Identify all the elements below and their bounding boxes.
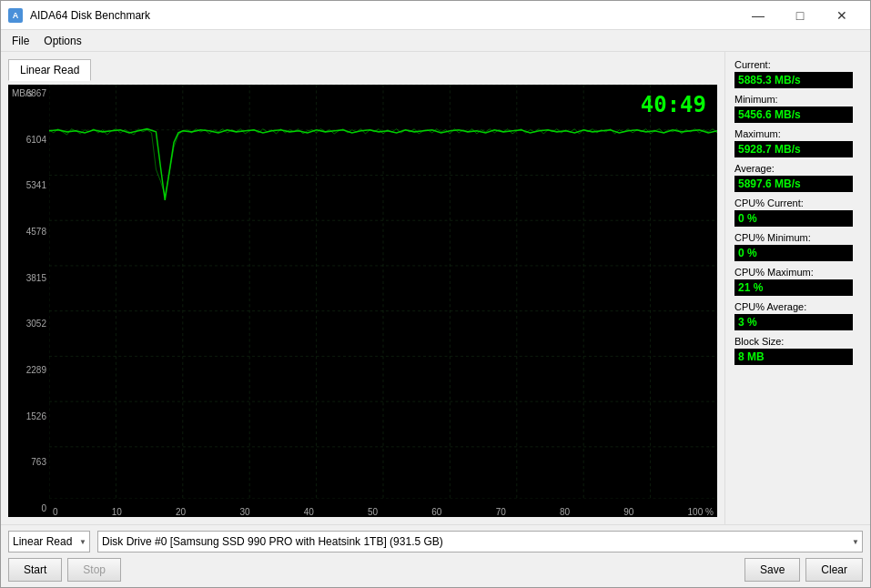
stat-current-label: Current: [734,59,861,70]
x-label-50: 50 [368,507,378,517]
test-type-select[interactable]: Linear Read [8,531,90,553]
stat-cpu-minimum-label: CPU% Minimum: [734,232,861,243]
stats-panel: Current: 5885.3 MB/s Minimum: 5456.6 MB/… [724,52,870,524]
menu-bar: File Options [1,30,870,52]
right-buttons: Save Clear [744,558,863,582]
stat-cpu-average-value: 3 % [734,314,853,330]
x-label-80: 80 [560,507,570,517]
window-title: AIDA64 Disk Benchmark [30,9,150,22]
y-label-3815: 3815 [10,273,46,283]
x-label-0: 0 [53,507,58,517]
drive-select[interactable]: Disk Drive #0 [Samsung SSD 990 PRO with … [97,531,863,553]
minimize-button[interactable]: — [737,1,779,30]
stat-cpu-average: CPU% Average: 3 % [734,301,861,330]
title-bar-left: A AIDA64 Disk Benchmark [8,8,150,23]
x-label-40: 40 [304,507,314,517]
y-label-4578: 4578 [10,227,46,237]
chart-svg [49,85,717,499]
save-button[interactable]: Save [744,558,800,582]
chart-container: MB/s 40:49 6867 6104 5341 4578 3815 3052… [8,85,717,517]
clear-button[interactable]: Clear [805,558,863,582]
maximize-button[interactable]: □ [779,1,821,30]
y-label-6104: 6104 [10,135,46,145]
start-button[interactable]: Start [8,558,62,582]
y-label-0: 0 [10,503,46,513]
test-type-wrapper[interactable]: Linear Read [8,531,90,553]
stat-current-value: 5885.3 MB/s [734,72,853,88]
stat-cpu-current-label: CPU% Current: [734,198,861,208]
y-label-763: 763 [10,457,46,467]
x-axis: 0 10 20 30 40 50 60 70 80 90 100 % [49,499,717,517]
x-label-70: 70 [496,507,506,517]
button-row: Start Stop Save Clear [8,558,863,582]
close-button[interactable]: ✕ [821,1,863,30]
app-icon: A [8,8,23,23]
main-window: A AIDA64 Disk Benchmark — □ ✕ File Optio… [0,0,871,588]
drive-select-wrapper[interactable]: Disk Drive #0 [Samsung SSD 990 PRO with … [97,531,863,553]
main-content: Linear Read MB/s 40:49 6867 6104 5341 45… [1,52,870,524]
tab-linear-read[interactable]: Linear Read [8,59,91,81]
title-bar: A AIDA64 Disk Benchmark — □ ✕ [1,1,870,30]
stat-maximum: Maximum: 5928.7 MB/s [734,128,861,157]
title-buttons: — □ ✕ [737,1,863,30]
stat-average: Average: 5897.6 MB/s [734,163,861,192]
stat-average-value: 5897.6 MB/s [734,176,853,192]
mb-label: MB/s [12,88,33,98]
y-axis: 6867 6104 5341 4578 3815 3052 2289 1526 … [8,85,49,517]
stat-block-size: Block Size: 8 MB [734,336,861,365]
controls-row: Linear Read Disk Drive #0 [Samsung SSD 9… [8,531,863,553]
stat-cpu-maximum-value: 21 % [734,279,853,296]
stat-minimum-label: Minimum: [734,94,861,105]
x-label-90: 90 [623,507,633,517]
stat-block-size-label: Block Size: [734,336,861,347]
x-label-60: 60 [431,507,441,517]
y-label-5341: 5341 [10,180,46,190]
stat-current: Current: 5885.3 MB/s [734,59,861,88]
stat-minimum-value: 5456.6 MB/s [734,106,853,123]
stat-cpu-minimum: CPU% Minimum: 0 % [734,232,861,261]
stat-cpu-current-value: 0 % [734,210,853,227]
x-label-20: 20 [176,507,186,517]
stat-minimum: Minimum: 5456.6 MB/s [734,94,861,123]
x-label-100: 100 % [688,507,714,517]
x-label-10: 10 [112,507,122,517]
stat-cpu-current: CPU% Current: 0 % [734,198,861,227]
y-label-3052: 3052 [10,319,46,329]
stat-cpu-maximum: CPU% Maximum: 21 % [734,267,861,296]
stat-average-label: Average: [734,163,861,174]
menu-file[interactable]: File [5,33,36,49]
stat-cpu-minimum-value: 0 % [734,245,853,261]
stat-block-size-value: 8 MB [734,349,853,365]
y-label-2289: 2289 [10,365,46,375]
y-label-1526: 1526 [10,411,46,421]
stat-maximum-value: 5928.7 MB/s [734,141,853,157]
chart-section: Linear Read MB/s 40:49 6867 6104 5341 45… [1,52,724,524]
x-label-30: 30 [239,507,249,517]
stop-button[interactable]: Stop [67,558,121,582]
stat-cpu-maximum-label: CPU% Maximum: [734,267,861,278]
menu-options[interactable]: Options [36,33,88,49]
tab-bar: Linear Read [8,59,717,81]
stat-cpu-average-label: CPU% Average: [734,301,861,312]
stat-maximum-label: Maximum: [734,128,861,139]
bottom-section: Linear Read Disk Drive #0 [Samsung SSD 9… [1,524,870,587]
